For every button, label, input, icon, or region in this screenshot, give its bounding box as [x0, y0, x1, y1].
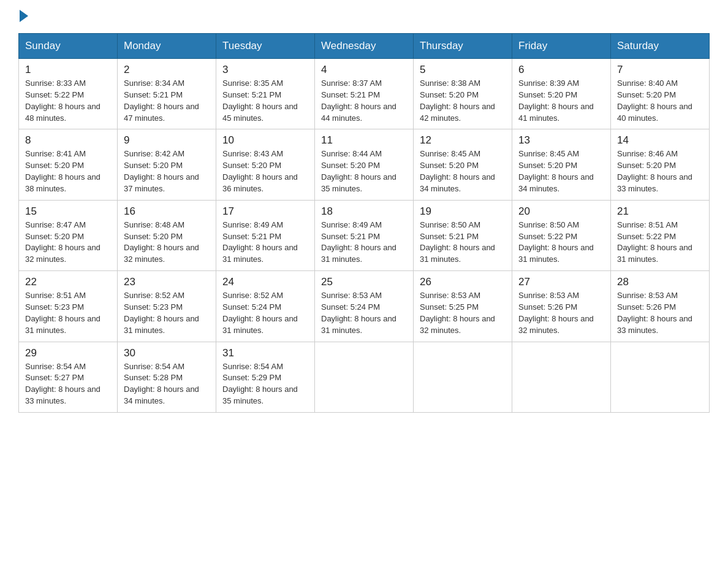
- day-number: 28: [617, 276, 703, 288]
- day-number: 16: [124, 205, 210, 218]
- day-info: Sunrise: 8:45 AMSunset: 5:20 PMDaylight:…: [518, 149, 594, 193]
- header-sunday: Sunday: [19, 34, 118, 59]
- calendar-cell: 19 Sunrise: 8:50 AMSunset: 5:21 PMDaylig…: [414, 200, 512, 270]
- header-saturday: Saturday: [611, 34, 710, 59]
- day-number: 15: [25, 205, 111, 218]
- calendar-cell: 8 Sunrise: 8:41 AMSunset: 5:20 PMDayligh…: [19, 129, 118, 200]
- day-info: Sunrise: 8:51 AMSunset: 5:22 PMDaylight:…: [617, 220, 692, 264]
- day-info: Sunrise: 8:45 AMSunset: 5:20 PMDaylight:…: [420, 149, 495, 193]
- day-info: Sunrise: 8:38 AMSunset: 5:20 PMDaylight:…: [420, 79, 495, 123]
- page-header: [18, 12, 710, 22]
- day-number: 12: [420, 134, 506, 147]
- day-info: Sunrise: 8:49 AMSunset: 5:21 PMDaylight:…: [321, 220, 396, 264]
- calendar-cell: 13 Sunrise: 8:45 AMSunset: 5:20 PMDaylig…: [512, 129, 611, 200]
- day-number: 21: [617, 205, 703, 218]
- day-info: Sunrise: 8:35 AMSunset: 5:21 PMDaylight:…: [222, 79, 298, 123]
- header-tuesday: Tuesday: [216, 34, 315, 59]
- day-number: 2: [124, 64, 210, 76]
- day-info: Sunrise: 8:52 AMSunset: 5:23 PMDaylight:…: [124, 291, 199, 335]
- calendar-cell: [414, 342, 512, 412]
- day-info: Sunrise: 8:39 AMSunset: 5:20 PMDaylight:…: [518, 79, 594, 123]
- day-info: Sunrise: 8:42 AMSunset: 5:20 PMDaylight:…: [124, 149, 199, 193]
- day-number: 29: [25, 347, 111, 359]
- day-number: 17: [222, 205, 308, 218]
- day-info: Sunrise: 8:33 AMSunset: 5:22 PMDaylight:…: [25, 79, 100, 123]
- calendar-cell: 9 Sunrise: 8:42 AMSunset: 5:20 PMDayligh…: [118, 129, 216, 200]
- calendar-cell: 23 Sunrise: 8:52 AMSunset: 5:23 PMDaylig…: [118, 271, 216, 342]
- calendar-cell: 14 Sunrise: 8:46 AMSunset: 5:20 PMDaylig…: [611, 129, 710, 200]
- calendar-cell: 4 Sunrise: 8:37 AMSunset: 5:21 PMDayligh…: [315, 59, 414, 129]
- calendar-cell: 26 Sunrise: 8:53 AMSunset: 5:25 PMDaylig…: [414, 271, 512, 342]
- day-info: Sunrise: 8:53 AMSunset: 5:26 PMDaylight:…: [617, 291, 692, 335]
- day-number: 24: [222, 276, 308, 288]
- day-number: 18: [321, 205, 407, 218]
- day-number: 22: [25, 276, 111, 288]
- calendar-cell: 1 Sunrise: 8:33 AMSunset: 5:22 PMDayligh…: [19, 59, 118, 129]
- header-thursday: Thursday: [414, 34, 512, 59]
- day-info: Sunrise: 8:54 AMSunset: 5:27 PMDaylight:…: [25, 362, 100, 406]
- day-number: 1: [25, 64, 111, 76]
- day-number: 11: [321, 134, 407, 147]
- calendar-week-row: 29 Sunrise: 8:54 AMSunset: 5:27 PMDaylig…: [19, 342, 710, 412]
- calendar-cell: 2 Sunrise: 8:34 AMSunset: 5:21 PMDayligh…: [118, 59, 216, 129]
- calendar-cell: 29 Sunrise: 8:54 AMSunset: 5:27 PMDaylig…: [19, 342, 118, 412]
- day-info: Sunrise: 8:53 AMSunset: 5:26 PMDaylight:…: [518, 291, 594, 335]
- day-info: Sunrise: 8:54 AMSunset: 5:29 PMDaylight:…: [222, 362, 298, 406]
- day-number: 13: [518, 134, 604, 147]
- calendar-cell: 25 Sunrise: 8:53 AMSunset: 5:24 PMDaylig…: [315, 271, 414, 342]
- day-info: Sunrise: 8:46 AMSunset: 5:20 PMDaylight:…: [617, 149, 692, 193]
- calendar-cell: 17 Sunrise: 8:49 AMSunset: 5:21 PMDaylig…: [216, 200, 315, 270]
- calendar-cell: 18 Sunrise: 8:49 AMSunset: 5:21 PMDaylig…: [315, 200, 414, 270]
- header-monday: Monday: [118, 34, 216, 59]
- calendar-cell: 20 Sunrise: 8:50 AMSunset: 5:22 PMDaylig…: [512, 200, 611, 270]
- day-info: Sunrise: 8:47 AMSunset: 5:20 PMDaylight:…: [25, 220, 100, 264]
- day-number: 27: [518, 276, 604, 288]
- day-number: 26: [420, 276, 506, 288]
- calendar-cell: 31 Sunrise: 8:54 AMSunset: 5:29 PMDaylig…: [216, 342, 315, 412]
- day-info: Sunrise: 8:51 AMSunset: 5:23 PMDaylight:…: [25, 291, 100, 335]
- day-number: 30: [124, 347, 210, 359]
- calendar-cell: 6 Sunrise: 8:39 AMSunset: 5:20 PMDayligh…: [512, 59, 611, 129]
- day-number: 14: [617, 134, 703, 147]
- calendar-cell: 16 Sunrise: 8:48 AMSunset: 5:20 PMDaylig…: [118, 200, 216, 270]
- calendar-cell: [315, 342, 414, 412]
- day-info: Sunrise: 8:44 AMSunset: 5:20 PMDaylight:…: [321, 149, 396, 193]
- day-number: 31: [222, 347, 308, 359]
- calendar-cell: 3 Sunrise: 8:35 AMSunset: 5:21 PMDayligh…: [216, 59, 315, 129]
- day-info: Sunrise: 8:48 AMSunset: 5:20 PMDaylight:…: [124, 220, 199, 264]
- day-info: Sunrise: 8:53 AMSunset: 5:25 PMDaylight:…: [420, 291, 495, 335]
- day-number: 10: [222, 134, 308, 147]
- calendar-week-row: 22 Sunrise: 8:51 AMSunset: 5:23 PMDaylig…: [19, 271, 710, 342]
- day-info: Sunrise: 8:34 AMSunset: 5:21 PMDaylight:…: [124, 79, 199, 123]
- logo-arrow-icon: [20, 10, 28, 22]
- day-number: 19: [420, 205, 506, 218]
- day-info: Sunrise: 8:53 AMSunset: 5:24 PMDaylight:…: [321, 291, 396, 335]
- day-info: Sunrise: 8:41 AMSunset: 5:20 PMDaylight:…: [25, 149, 100, 193]
- calendar-week-row: 8 Sunrise: 8:41 AMSunset: 5:20 PMDayligh…: [19, 129, 710, 200]
- calendar-cell: 30 Sunrise: 8:54 AMSunset: 5:28 PMDaylig…: [118, 342, 216, 412]
- header-wednesday: Wednesday: [315, 34, 414, 59]
- logo: [18, 12, 28, 22]
- day-info: Sunrise: 8:52 AMSunset: 5:24 PMDaylight:…: [222, 291, 298, 335]
- calendar-cell: [512, 342, 611, 412]
- calendar-cell: 7 Sunrise: 8:40 AMSunset: 5:20 PMDayligh…: [611, 59, 710, 129]
- day-number: 3: [222, 64, 308, 76]
- calendar-cell: 27 Sunrise: 8:53 AMSunset: 5:26 PMDaylig…: [512, 271, 611, 342]
- calendar-cell: 12 Sunrise: 8:45 AMSunset: 5:20 PMDaylig…: [414, 129, 512, 200]
- day-info: Sunrise: 8:37 AMSunset: 5:21 PMDaylight:…: [321, 79, 396, 123]
- day-number: 20: [518, 205, 604, 218]
- calendar-cell: 21 Sunrise: 8:51 AMSunset: 5:22 PMDaylig…: [611, 200, 710, 270]
- calendar-cell: 10 Sunrise: 8:43 AMSunset: 5:20 PMDaylig…: [216, 129, 315, 200]
- day-number: 8: [25, 134, 111, 147]
- calendar-week-row: 15 Sunrise: 8:47 AMSunset: 5:20 PMDaylig…: [19, 200, 710, 270]
- day-info: Sunrise: 8:43 AMSunset: 5:20 PMDaylight:…: [222, 149, 298, 193]
- header-friday: Friday: [512, 34, 611, 59]
- day-number: 5: [420, 64, 506, 76]
- calendar-week-row: 1 Sunrise: 8:33 AMSunset: 5:22 PMDayligh…: [19, 59, 710, 129]
- calendar-table: SundayMondayTuesdayWednesdayThursdayFrid…: [18, 33, 710, 413]
- day-number: 7: [617, 64, 703, 76]
- calendar-cell: 15 Sunrise: 8:47 AMSunset: 5:20 PMDaylig…: [19, 200, 118, 270]
- day-number: 25: [321, 276, 407, 288]
- calendar-cell: 24 Sunrise: 8:52 AMSunset: 5:24 PMDaylig…: [216, 271, 315, 342]
- calendar-cell: 22 Sunrise: 8:51 AMSunset: 5:23 PMDaylig…: [19, 271, 118, 342]
